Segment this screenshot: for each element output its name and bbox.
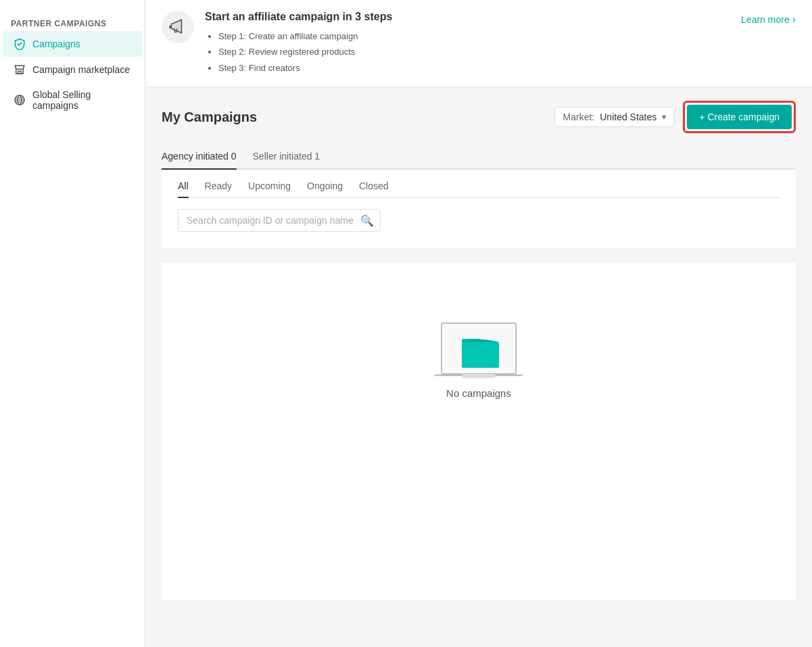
- banner-step-3: Step 3: Find creators: [218, 60, 730, 76]
- sidebar-item-global-selling-label: Global Selling campaigns: [32, 89, 131, 111]
- banner-step-1: Step 1: Create an affiliate campaign: [218, 28, 730, 44]
- store-icon: [14, 64, 26, 76]
- sidebar-item-marketplace-label: Campaign marketplace: [32, 64, 130, 75]
- tab-seller-initiated[interactable]: Seller initiated 1: [253, 144, 320, 170]
- sidebar-item-campaigns-label: Campaigns: [32, 39, 80, 49]
- search-container: 🔍: [178, 209, 381, 232]
- campaigns-header: My Campaigns Market: United States ▾ + C…: [162, 101, 796, 133]
- learn-more-arrow-icon: ›: [792, 14, 796, 26]
- banner-content: Start an affiliate campaign in 3 steps S…: [205, 11, 730, 76]
- market-selector[interactable]: Market: United States ▾: [554, 107, 675, 127]
- banner-icon: [162, 11, 194, 43]
- sub-tab-closed[interactable]: Closed: [359, 175, 389, 198]
- campaigns-title: My Campaigns: [162, 110, 257, 125]
- main-tab-bar: Agency initiated 0 Seller initiated 1: [162, 144, 796, 170]
- svg-rect-0: [18, 71, 22, 74]
- empty-state: No campaigns: [162, 262, 796, 453]
- sidebar-item-campaign-marketplace[interactable]: Campaign marketplace: [3, 57, 142, 82]
- campaigns-card: All Ready Upcoming Ongoing Closed: [162, 170, 796, 248]
- banner-step-2: Step 2: Review registered products: [218, 44, 730, 59]
- empty-state-container: No campaigns: [162, 262, 796, 600]
- search-input[interactable]: [178, 209, 381, 232]
- sidebar-item-campaigns[interactable]: Campaigns: [3, 31, 142, 57]
- empty-state-illustration: [431, 316, 526, 387]
- sidebar: Partner Campaigns Campaigns Campaign mar…: [0, 0, 145, 647]
- sub-tab-bar: All Ready Upcoming Ongoing Closed: [178, 170, 780, 198]
- globe-icon: [14, 94, 26, 106]
- banner-title: Start an affiliate campaign in 3 steps: [205, 11, 730, 23]
- banner: Start an affiliate campaign in 3 steps S…: [145, 0, 812, 87]
- create-campaign-highlight: + Create campaign: [683, 101, 796, 133]
- chevron-down-icon: ▾: [662, 112, 666, 122]
- sub-tab-ongoing[interactable]: Ongoing: [307, 175, 343, 198]
- tab-agency-initiated[interactable]: Agency initiated 0: [162, 144, 237, 170]
- main-content: Start an affiliate campaign in 3 steps S…: [145, 0, 812, 647]
- create-campaign-button[interactable]: + Create campaign: [687, 105, 792, 129]
- search-icon: 🔍: [360, 214, 374, 227]
- svg-rect-7: [462, 342, 499, 368]
- market-value: United States: [600, 112, 656, 122]
- sub-tab-ready[interactable]: Ready: [205, 175, 232, 198]
- sidebar-section-title: Partner Campaigns: [0, 14, 145, 31]
- sidebar-item-global-selling[interactable]: Global Selling campaigns: [3, 82, 142, 118]
- campaigns-section: My Campaigns Market: United States ▾ + C…: [145, 87, 812, 262]
- banner-steps: Step 1: Create an affiliate campaign Ste…: [205, 28, 730, 76]
- shield-icon: [14, 38, 26, 50]
- sub-tab-all[interactable]: All: [178, 175, 189, 198]
- sub-tab-upcoming[interactable]: Upcoming: [248, 175, 291, 198]
- no-campaigns-text: No campaigns: [446, 387, 511, 399]
- learn-more-link[interactable]: Learn more ›: [741, 14, 796, 26]
- svg-rect-6: [462, 374, 496, 378]
- tabs-content: All Ready Upcoming Ongoing Closed: [162, 170, 796, 248]
- market-label: Market:: [563, 112, 595, 122]
